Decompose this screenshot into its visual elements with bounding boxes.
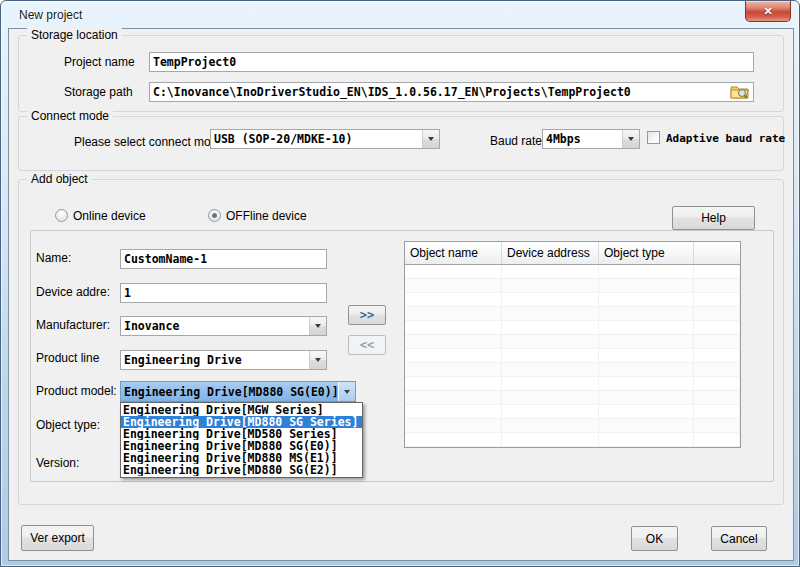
help-button[interactable]: Help [672, 206, 755, 230]
chevron-down-icon [628, 137, 634, 141]
table-cell [405, 363, 502, 376]
table-cell [405, 419, 502, 432]
move-left-button[interactable]: << [348, 335, 386, 355]
device-address-input[interactable]: 1 [120, 283, 327, 303]
product-model-option[interactable]: Engineering Drive[MD880 SG(E0)] [121, 440, 362, 452]
connect-mode-dropdown-button[interactable] [422, 130, 439, 148]
table-row [405, 335, 740, 349]
baud-rate-select[interactable]: 4Mbps [542, 129, 640, 149]
table-cell [502, 349, 599, 362]
table-row [405, 363, 740, 377]
cancel-button[interactable]: Cancel [711, 526, 767, 551]
connect-mode-value: USB (SOP-20/MDKE-10) [214, 132, 422, 146]
table-row [405, 265, 740, 279]
product-model-option[interactable]: Engineering Drive[MD880 MS(E1)] [121, 452, 362, 464]
close-button[interactable]: ✕ [745, 1, 791, 22]
table-cell [599, 419, 694, 432]
baud-rate-dropdown-button[interactable] [622, 130, 639, 148]
table-row [405, 321, 740, 335]
table-cell [694, 279, 740, 292]
manufacturer-select[interactable]: Inovance [120, 316, 327, 336]
storage-path-input[interactable]: C:\Inovance\InoDriverStudio_EN\IDS_1.0.5… [149, 82, 754, 102]
table-cell [599, 265, 694, 278]
table-row [405, 419, 740, 433]
name-input[interactable]: CustomName-1 [120, 249, 327, 269]
connect-mode-group: Connect mode Please select connect mode … [18, 116, 784, 171]
chevron-down-icon [315, 324, 321, 328]
name-label: Name: [36, 251, 71, 265]
manufacturer-dropdown-button[interactable] [309, 317, 326, 335]
table-cell [502, 433, 599, 446]
adaptive-baud-checkbox[interactable] [647, 131, 660, 144]
table-cell [694, 391, 740, 404]
browse-folder-icon[interactable] [730, 84, 750, 100]
table-cell [502, 405, 599, 418]
product-model-option[interactable]: Engineering Drive[MD880 SG Series] [121, 416, 362, 428]
table-cell [502, 307, 599, 320]
table-cell [694, 335, 740, 348]
product-model-select[interactable]: Engineering Drive[MD880 SG(E0)] [120, 381, 356, 402]
object-table-body [405, 265, 740, 447]
ok-button[interactable]: OK [631, 526, 678, 551]
table-cell [599, 405, 694, 418]
table-cell [405, 377, 502, 390]
table-cell [599, 335, 694, 348]
table-cell [694, 433, 740, 446]
table-cell [694, 363, 740, 376]
dialog-title: New project [19, 8, 82, 22]
project-name-value: TempProject0 [153, 55, 750, 69]
device-address-value: 1 [124, 286, 323, 300]
table-cell [599, 307, 694, 320]
column-header[interactable]: Device address [502, 242, 599, 264]
storage-path-value: C:\Inovance\InoDriverStudio_EN\IDS_1.0.5… [153, 85, 730, 99]
ver-export-button[interactable]: Ver export [21, 525, 94, 551]
online-radio-label[interactable]: Online device [73, 209, 146, 223]
table-cell [694, 419, 740, 432]
table-cell [405, 307, 502, 320]
table-cell [502, 377, 599, 390]
table-row [405, 405, 740, 419]
product-model-option[interactable]: Engineering Drive[MD880 SG(E2)] [121, 464, 362, 476]
table-cell [599, 349, 694, 362]
connect-mode-select[interactable]: USB (SOP-20/MDKE-10) [210, 129, 440, 149]
product-model-option[interactable]: Engineering Drive[MD580 Series] [121, 428, 362, 440]
title-bar[interactable]: New project ✕ [1, 1, 799, 29]
product-model-dropdown-button[interactable] [338, 382, 355, 401]
column-header[interactable] [694, 242, 740, 264]
table-cell [599, 377, 694, 390]
table-cell [694, 321, 740, 334]
table-cell [405, 433, 502, 446]
connect-mode-group-label: Connect mode [27, 109, 113, 123]
name-value: CustomName-1 [124, 252, 323, 266]
column-header[interactable]: Object type [599, 242, 694, 264]
project-name-input[interactable]: TempProject0 [149, 52, 754, 72]
online-radio[interactable] [55, 209, 68, 222]
chevron-down-icon [344, 390, 350, 394]
table-cell [599, 293, 694, 306]
storage-location-group-label: Storage location [27, 28, 122, 42]
object-table: Object name Device address Object type [404, 241, 741, 448]
table-row [405, 349, 740, 363]
table-row [405, 377, 740, 391]
table-cell [599, 433, 694, 446]
product-line-dropdown-button[interactable] [309, 351, 326, 369]
move-right-button[interactable]: >> [348, 305, 386, 325]
table-cell [405, 335, 502, 348]
table-row [405, 293, 740, 307]
offline-radio-label[interactable]: OFFline device [226, 209, 307, 223]
table-cell [599, 363, 694, 376]
table-cell [694, 293, 740, 306]
table-row [405, 279, 740, 293]
add-object-group-label: Add object [27, 172, 92, 186]
table-cell [502, 335, 599, 348]
product-model-value: Engineering Drive[MD880 SG(E0)] [124, 385, 338, 399]
storage-path-label: Storage path [64, 85, 133, 99]
column-header[interactable]: Object name [405, 242, 502, 264]
table-row [405, 307, 740, 321]
product-model-label: Product model: [36, 384, 117, 398]
product-model-option[interactable]: Engineering Drive[MGW Series] [121, 404, 362, 416]
product-line-select[interactable]: Engineering Drive [120, 350, 327, 370]
project-name-label: Project name [64, 55, 135, 69]
offline-radio[interactable] [208, 209, 221, 222]
add-object-group: Add object Online device OFFline device … [18, 179, 784, 505]
